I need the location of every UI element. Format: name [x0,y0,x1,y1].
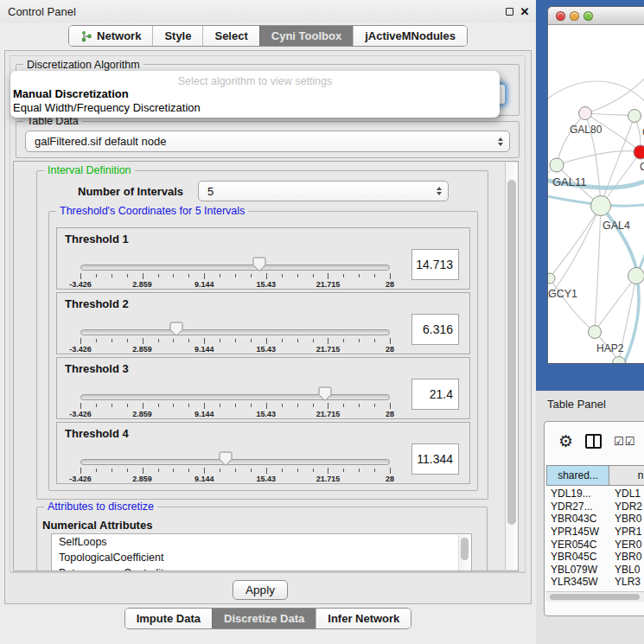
network-node-gal80[interactable] [579,107,592,120]
slider-thumb[interactable] [318,386,332,402]
network-edge [550,206,601,278]
num-intervals-combobox[interactable]: 5 [198,181,449,201]
slider-track[interactable] [80,329,390,335]
threshold-value-field[interactable]: 21.4 [411,379,459,410]
tab-cyni-toolbox[interactable]: Cyni Toolbox [259,26,353,46]
discretization-group-title: Discretization Algorithm [23,59,143,71]
slider-thumb[interactable] [252,257,266,272]
tick-label: -3.426 [69,410,92,418]
tab-label: Select [214,29,247,42]
table-row[interactable]: YBR045CYBR0 [546,551,644,564]
slider-track[interactable] [80,265,390,271]
threshold-value-field[interactable]: 11.344 [411,443,459,475]
slider-track[interactable] [80,459,390,465]
table-row[interactable]: YDR27...YDR2 [546,501,644,513]
network-node-hap2[interactable] [589,326,602,339]
column-header-shared-name[interactable]: shared... [546,465,609,486]
close-panel-button[interactable]: ✕ [517,3,532,19]
slider-tick [173,469,174,472]
slider-tick [143,338,143,344]
float-window-button[interactable] [501,3,517,19]
tab-label: jActiveMNodules [365,29,456,42]
threshold-panel-1: Threshold 1-3.4262.8599.14415.4321.71528… [56,227,470,290]
slider-tick [80,273,81,279]
table-row[interactable]: YIL052CYIL0 [546,589,644,590]
algorithm-option-equal-width[interactable]: Equal Width/Frequency Discretization [13,101,201,114]
scrollbar-thumb[interactable] [507,180,516,525]
slider-tick [235,469,236,472]
network-edge-highlighted [601,206,637,273]
network-node[interactable] [613,357,626,365]
attribute-item-selfloops[interactable]: SelfLoops [52,534,471,550]
algorithm-option-manual[interactable]: Manual Discretization [13,87,129,100]
table-row[interactable]: YER054CYER0 [546,538,644,551]
vertical-scrollbar[interactable] [505,163,518,570]
slider-tick [359,274,360,277]
node-label: GCY1 [548,288,577,300]
network-canvas[interactable]: GAL80GCGAL11GAL4HGCY1HAP2 [548,25,644,364]
network-node-h[interactable] [628,268,644,284]
slider-tick [188,274,189,277]
tab-infer-network[interactable]: Infer Network [316,609,411,628]
close-window-button[interactable] [556,11,565,21]
tab-discretize-data[interactable]: Discretize Data [212,609,316,628]
table-row[interactable]: YBL079WYBL0 [546,564,644,577]
slider-tick [173,339,174,342]
table-row[interactable]: YLR345WYLR3 [546,576,644,589]
table-row[interactable]: YBR043CYBR0 [546,513,644,526]
threshold-value-field[interactable]: 6.316 [411,314,459,345]
bottom-tab-bar: Impute DataDiscretize DataInfer Network [0,608,536,629]
table-data-combobox[interactable]: galFiltered.sif default node [25,131,510,152]
slider-tick [188,469,189,472]
scrollbar-thumb[interactable] [461,538,469,560]
slider-tick [251,469,252,472]
network-node-gal4[interactable] [591,196,611,216]
tab-style[interactable]: Style [152,26,202,46]
network-edge-highlighted [639,228,644,271]
scrollbar-thumb[interactable] [550,594,640,600]
apply-button[interactable]: Apply [233,580,288,600]
slider-tick [158,339,159,342]
select-columns-icon[interactable]: ☑☑ [614,435,635,448]
app-window: Control Panel ✕ NetworkStyleSelectCyni T… [0,0,644,644]
slider-track[interactable] [80,394,390,400]
attribute-item-topologicalcoefficient[interactable]: TopologicalCoefficient [52,550,471,565]
combo-stepper-icon [437,187,442,195]
numerical-attributes-label: Numerical Attributes [42,519,152,532]
slider-tick [96,469,97,472]
column-header-name[interactable]: n [609,465,644,486]
split-columns-icon[interactable] [585,434,602,449]
top-tab-bar: NetworkStyleSelectCyni ToolboxjActiveMNo… [0,25,536,47]
interval-definition-group: Interval Definition Number of Intervals … [36,170,488,500]
cell-shared-name: YPR145W [546,526,609,538]
tab-select[interactable]: Select [202,26,258,46]
tab-jactivemnodules[interactable]: jActiveMNodules [353,26,467,46]
network-node-gcy1[interactable] [548,273,555,284]
cell-shared-name: YBL079W [546,564,609,576]
slider-tick [390,273,391,279]
minimize-window-button[interactable] [570,11,579,21]
table-row[interactable]: YDL19...YDL1 [546,488,644,501]
tab-network[interactable]: Network [69,26,152,46]
slider-thumb[interactable] [219,451,233,467]
slider-tick [96,404,97,407]
zoom-window-button[interactable] [583,11,593,21]
network-node-c[interactable] [634,145,644,159]
tab-impute-data[interactable]: Impute Data [125,609,212,628]
horizontal-scrollbar[interactable] [545,591,644,602]
slider-tick [359,339,360,342]
slider-tick [328,338,328,344]
gear-icon[interactable]: ⚙ [558,433,573,450]
tick-label: 2.859 [132,345,152,354]
slider-tick [251,404,252,407]
cell-shared-name: YBR045C [546,551,609,563]
table-row[interactable]: YPR145WYPR1 [546,526,644,539]
network-node-g[interactable] [628,110,641,123]
slider-thumb[interactable] [169,322,183,337]
list-scrollbar[interactable] [458,535,471,571]
network-node-gal11[interactable] [550,158,564,172]
slider-tick [282,404,283,407]
slider-tick [173,274,174,277]
attribute-item-betweennesscentrality[interactable]: BetweennessCentrality [52,565,471,571]
threshold-value-field[interactable]: 14.713 [411,249,459,280]
